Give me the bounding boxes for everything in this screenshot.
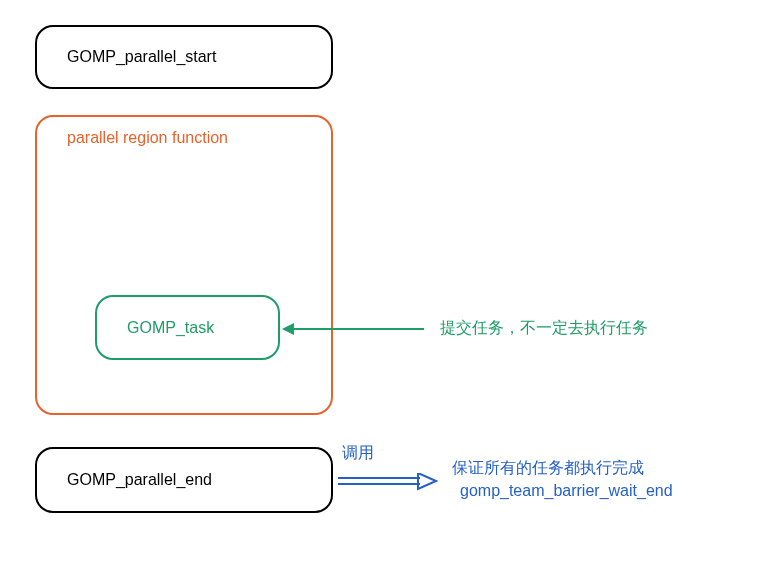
parallel-start-label: GOMP_parallel_start <box>67 48 216 66</box>
task-annotation: 提交任务，不一定去执行任务 <box>440 318 648 339</box>
end-annotation: 保证所有的任务都执行完成 <box>452 458 644 479</box>
svg-marker-2 <box>418 473 436 489</box>
parallel-end-label: GOMP_parallel_end <box>67 471 212 489</box>
parallel-region-label: parallel region function <box>67 129 228 147</box>
parallel-region-box: parallel region function <box>35 115 333 415</box>
task-arrow-head <box>282 323 294 335</box>
parallel-end-box: GOMP_parallel_end <box>35 447 333 513</box>
gomp-task-box: GOMP_task <box>95 295 280 360</box>
task-arrow-line <box>294 328 424 330</box>
barrier-function-label: gomp_team_barrier_wait_end <box>460 482 673 500</box>
double-arrow-icon <box>338 473 438 491</box>
call-label: 调用 <box>342 443 374 464</box>
parallel-start-box: GOMP_parallel_start <box>35 25 333 89</box>
gomp-task-label: GOMP_task <box>127 319 214 337</box>
